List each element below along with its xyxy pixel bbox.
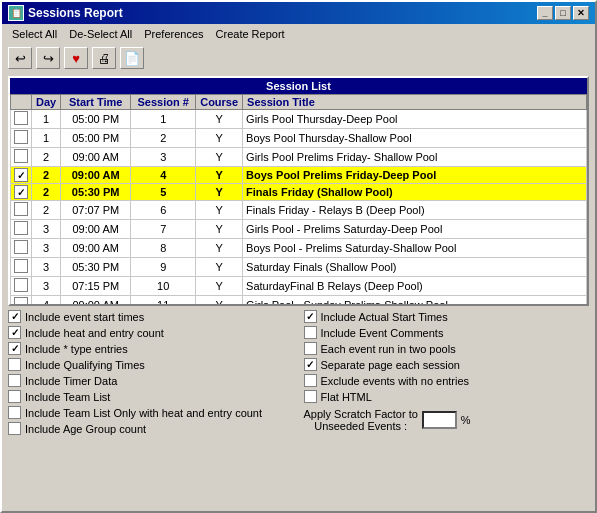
cell-time: 09:00 AM — [61, 148, 131, 167]
cell-title: Girls Pool - Sunday Prelims-Shallow Pool — [243, 296, 587, 305]
option-checkbox[interactable] — [304, 390, 317, 403]
table-row[interactable]: ✓205:30 PM5YFinals Friday (Shallow Pool) — [11, 184, 587, 201]
row-checkbox[interactable] — [11, 258, 32, 277]
session-list-header: Session List — [10, 78, 587, 94]
cell-course: Y — [196, 258, 243, 277]
option-checkbox[interactable] — [8, 342, 21, 355]
menu-create-report[interactable]: Create Report — [210, 26, 291, 42]
undo-button[interactable]: ↩ — [8, 47, 32, 69]
maximize-button[interactable]: □ — [555, 6, 571, 20]
option-checkbox[interactable] — [304, 342, 317, 355]
option-checkbox[interactable] — [8, 422, 21, 435]
menu-deselect-all[interactable]: De-Select All — [63, 26, 138, 42]
options-left: Include event start timesInclude heat an… — [8, 310, 294, 507]
cell-time: 07:15 PM — [61, 277, 131, 296]
window-title: Sessions Report — [28, 6, 123, 20]
row-checkbox[interactable] — [11, 296, 32, 305]
main-window: 📋 Sessions Report _ □ ✕ Select All De-Se… — [0, 0, 597, 513]
col-header-time: Start Time — [61, 95, 131, 110]
cell-session: 2 — [131, 129, 196, 148]
option-label: Include Qualifying Times — [25, 359, 145, 371]
cell-course: Y — [196, 239, 243, 258]
cell-time: 05:30 PM — [61, 258, 131, 277]
cell-day: 4 — [32, 296, 61, 305]
row-checkbox[interactable]: ✓ — [11, 167, 32, 184]
table-row[interactable]: 105:00 PM2YBoys Pool Thursday-Shallow Po… — [11, 129, 587, 148]
option-checkbox[interactable] — [304, 310, 317, 323]
cell-title: Boys Pool Thursday-Shallow Pool — [243, 129, 587, 148]
option-label: Include Team List Only with heat and ent… — [25, 407, 262, 419]
row-checkbox[interactable] — [11, 277, 32, 296]
option-row-left: Include Team List Only with heat and ent… — [8, 406, 294, 419]
table-row[interactable]: 305:30 PM9YSaturday Finals (Shallow Pool… — [11, 258, 587, 277]
table-row[interactable]: 207:07 PM6YFinals Friday - Relays B (Dee… — [11, 201, 587, 220]
close-button[interactable]: ✕ — [573, 6, 589, 20]
cell-session: 10 — [131, 277, 196, 296]
option-checkbox[interactable] — [8, 406, 21, 419]
title-bar: 📋 Sessions Report _ □ ✕ — [2, 2, 595, 24]
percent-label: % — [461, 414, 471, 426]
cell-title: Boys Pool - Prelims Saturday-Shallow Poo… — [243, 239, 587, 258]
cell-title: Boys Pool Prelims Friday-Deep Pool — [243, 167, 587, 184]
option-label: Include Timer Data — [25, 375, 117, 387]
option-row-left: Include heat and entry count — [8, 326, 294, 339]
table-row[interactable]: 309:00 AM8YBoys Pool - Prelims Saturday-… — [11, 239, 587, 258]
cell-title: Saturday Finals (Shallow Pool) — [243, 258, 587, 277]
option-checkbox[interactable] — [8, 326, 21, 339]
cell-course: Y — [196, 296, 243, 305]
cell-session: 6 — [131, 201, 196, 220]
redo-button[interactable]: ↪ — [36, 47, 60, 69]
table-row[interactable]: 105:00 PM1YGirls Pool Thursday-Deep Pool — [11, 110, 587, 129]
cell-course: Y — [196, 201, 243, 220]
option-label: Each event run in two pools — [321, 343, 456, 355]
row-checkbox[interactable] — [11, 201, 32, 220]
table-row[interactable]: 307:15 PM10YSaturdayFinal B Relays (Deep… — [11, 277, 587, 296]
cell-time: 09:00 AM — [61, 167, 131, 184]
option-label: Flat HTML — [321, 391, 372, 403]
cell-day: 3 — [32, 277, 61, 296]
cell-day: 3 — [32, 220, 61, 239]
option-checkbox[interactable] — [8, 390, 21, 403]
menu-select-all[interactable]: Select All — [6, 26, 63, 42]
scratch-factor-input[interactable] — [422, 411, 457, 429]
row-checkbox[interactable] — [11, 220, 32, 239]
row-checkbox[interactable] — [11, 239, 32, 258]
session-table: Day Start Time Session # Course Session … — [10, 94, 587, 304]
cell-day: 2 — [32, 148, 61, 167]
option-checkbox[interactable] — [8, 374, 21, 387]
cell-title: Girls Pool - Prelims Saturday-Deep Pool — [243, 220, 587, 239]
col-header-session: Session # — [131, 95, 196, 110]
copy-button[interactable]: 📄 — [120, 47, 144, 69]
favorite-button[interactable]: ♥ — [64, 47, 88, 69]
row-checkbox[interactable] — [11, 148, 32, 167]
print-button[interactable]: 🖨 — [92, 47, 116, 69]
row-checkbox[interactable] — [11, 110, 32, 129]
table-row[interactable]: 409:00 AM11YGirls Pool - Sunday Prelims-… — [11, 296, 587, 305]
session-table-container[interactable]: Day Start Time Session # Course Session … — [10, 94, 587, 304]
option-checkbox[interactable] — [8, 310, 21, 323]
option-checkbox[interactable] — [304, 374, 317, 387]
cell-time: 09:00 AM — [61, 296, 131, 305]
cell-session: 9 — [131, 258, 196, 277]
option-label: Include heat and entry count — [25, 327, 164, 339]
cell-time: 07:07 PM — [61, 201, 131, 220]
option-label: Separate page each session — [321, 359, 460, 371]
toolbar: ↩ ↪ ♥ 🖨 📄 — [2, 44, 595, 72]
option-checkbox[interactable] — [8, 358, 21, 371]
option-checkbox[interactable] — [304, 358, 317, 371]
table-row[interactable]: ✓209:00 AM4YBoys Pool Prelims Friday-Dee… — [11, 167, 587, 184]
option-checkbox[interactable] — [304, 326, 317, 339]
col-header-course: Course — [196, 95, 243, 110]
minimize-button[interactable]: _ — [537, 6, 553, 20]
option-label: Include event start times — [25, 311, 144, 323]
row-checkbox[interactable]: ✓ — [11, 184, 32, 201]
table-row[interactable]: 209:00 AM3YGirls Pool Prelims Friday- Sh… — [11, 148, 587, 167]
cell-time: 09:00 AM — [61, 220, 131, 239]
cell-course: Y — [196, 167, 243, 184]
cell-day: 1 — [32, 110, 61, 129]
table-row[interactable]: 309:00 AM7YGirls Pool - Prelims Saturday… — [11, 220, 587, 239]
cell-day: 3 — [32, 258, 61, 277]
menu-preferences[interactable]: Preferences — [138, 26, 209, 42]
cell-title: SaturdayFinal B Relays (Deep Pool) — [243, 277, 587, 296]
row-checkbox[interactable] — [11, 129, 32, 148]
